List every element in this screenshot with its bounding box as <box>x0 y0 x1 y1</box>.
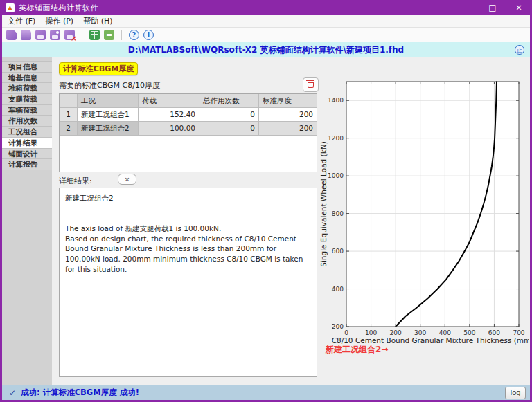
success-check-icon: ✓ <box>9 388 16 398</box>
close-button[interactable]: × <box>506 0 532 15</box>
svg-text:0: 0 <box>344 329 348 336</box>
row-number: 2 <box>60 122 78 136</box>
cell-applications[interactable]: 0 <box>200 122 259 136</box>
cell-case[interactable]: 新建工况组合1 <box>78 108 139 122</box>
col-header-applications[interactable]: 总作用次数 <box>200 94 259 108</box>
design-chart-svg: 0100200300400500600700200400600800100012… <box>319 64 529 354</box>
detail-results-label: 详细结果: <box>59 176 92 186</box>
open-file-icon[interactable] <box>21 30 31 40</box>
svg-text:400: 400 <box>439 329 451 336</box>
detail-close-button[interactable]: × <box>118 174 136 185</box>
export-excel-icon[interactable] <box>89 30 100 40</box>
cell-load[interactable]: 152.40 <box>139 108 200 122</box>
about-icon[interactable]: i <box>143 30 154 40</box>
svg-text:1000: 1000 <box>328 172 344 179</box>
new-file-icon[interactable] <box>6 30 17 40</box>
col-header-load[interactable]: 荷载 <box>139 94 200 108</box>
svg-text:700: 700 <box>513 329 524 336</box>
cell-thickness[interactable]: 200 <box>259 122 317 136</box>
cell-applications[interactable]: 0 <box>200 108 259 122</box>
detail-results-box[interactable]: 新建工况组合2 The axis load of 新建支腿荷载1 is 100.… <box>59 188 317 377</box>
sidebar-item-case-combination[interactable]: 工况组合 <box>2 127 52 138</box>
sidebar-item-pavement-design[interactable]: 铺面设计 <box>2 149 52 160</box>
maximize-button[interactable]: □ <box>479 0 506 15</box>
svg-text:500: 500 <box>463 329 475 336</box>
delete-row-button[interactable] <box>303 77 319 92</box>
table-row[interactable]: 1 新建工况组合1 152.40 0 200 <box>60 108 317 122</box>
sidebar-item-leg-load[interactable]: 支腿荷载 <box>2 94 52 105</box>
sidebar-item-vehicle-load[interactable]: 车辆荷载 <box>2 105 52 116</box>
trash-icon <box>308 82 314 88</box>
cell-load[interactable]: 100.00 <box>139 122 200 136</box>
row-number-header <box>60 94 78 108</box>
col-header-thickness[interactable]: 标准厚度 <box>259 94 317 108</box>
registration-badge-icon: 正 <box>515 45 524 55</box>
window-title: 英标铺面结构计算软件 <box>19 3 98 13</box>
cell-case[interactable]: 新建工况组合2 <box>78 122 139 136</box>
svg-text:100: 100 <box>365 329 377 336</box>
svg-text:新建工况组合2→: 新建工况组合2→ <box>325 345 388 354</box>
app-logo-icon: ▲ <box>6 3 15 12</box>
help-icon[interactable]: ? <box>129 30 139 40</box>
col-header-case[interactable]: 工况 <box>78 94 139 108</box>
sidebar-item-calc-report[interactable]: 计算报告 <box>2 159 52 170</box>
svg-text:300: 300 <box>414 329 426 336</box>
sidebar-item-project-info[interactable]: 项目信息 <box>2 62 52 73</box>
menu-operation[interactable]: 操作 (P) <box>45 16 73 26</box>
sidebar: 项目信息 地基信息 堆箱荷载 支腿荷载 车辆荷载 作用次数 工况组合 计算结果 … <box>2 57 52 385</box>
svg-text:800: 800 <box>332 210 344 217</box>
save-as-file-icon[interactable] <box>50 30 60 40</box>
status-bar: ✓ 成功: 计算标准CBGM厚度 成功! log <box>2 385 530 400</box>
results-table: 工况 荷载 总作用次数 标准厚度 1 新建工况组合1 152.40 0 200 … <box>59 93 317 172</box>
sidebar-item-calc-results[interactable]: 计算结果 <box>2 138 52 149</box>
sidebar-item-application-times[interactable]: 作用次数 <box>2 116 52 127</box>
toolbar-separator <box>121 30 122 40</box>
calculate-cbgm-button[interactable]: 计算标准CBGM厚度 <box>59 62 138 75</box>
svg-text:600: 600 <box>488 329 500 336</box>
svg-text:C8/10 Cement Bound Granular Mi: C8/10 Cement Bound Granular Mixture Thic… <box>332 336 529 345</box>
main-panel: 计算标准CBGM厚度 需要的标准CBGM C8/10厚度 工况 荷载 总作用次数… <box>52 57 530 385</box>
design-chart: 0100200300400500600700200400600800100012… <box>319 64 529 354</box>
status-message: 成功: 计算标准CBGM厚度 成功! <box>21 387 139 398</box>
table-header-row: 工况 荷载 总作用次数 标准厚度 <box>60 94 317 108</box>
file-path: D:\MATLABSoft\WQRsoft-X2 英标铺面结构计算软件\新建项目… <box>128 44 404 56</box>
log-button[interactable]: log <box>505 387 526 399</box>
export-word-icon[interactable] <box>104 30 114 40</box>
detail-results-text: 新建工况组合2 The axis load of 新建支腿荷载1 is 100.… <box>65 193 311 275</box>
sidebar-item-foundation-info[interactable]: 地基信息 <box>2 73 52 84</box>
svg-text:400: 400 <box>332 286 344 293</box>
menu-file[interactable]: 文件 (F) <box>8 16 35 26</box>
svg-text:Single Equivalent Wheel Load (: Single Equivalent Wheel Load (kN) <box>319 141 328 267</box>
svg-text:1400: 1400 <box>328 97 344 104</box>
svg-text:600: 600 <box>332 248 344 255</box>
title-bar: ▲ 英标铺面结构计算软件 – □ × <box>0 0 532 15</box>
file-path-banner: D:\MATLABSoft\WQRsoft-X2 英标铺面结构计算软件\新建项目… <box>2 42 530 57</box>
table-row-selected[interactable]: 2 新建工况组合2 100.00 0 200 <box>60 122 317 136</box>
svg-text:200: 200 <box>390 329 402 336</box>
menu-bar: 文件 (F) 操作 (P) 帮助 (H) <box>2 15 530 28</box>
cell-thickness[interactable]: 200 <box>259 108 317 122</box>
sidebar-item-container-load[interactable]: 堆箱荷载 <box>2 83 52 94</box>
minimize-button[interactable]: – <box>453 0 479 15</box>
svg-text:1200: 1200 <box>328 135 344 142</box>
close-file-icon[interactable]: × <box>64 30 75 40</box>
app-window: ▲ 英标铺面结构计算软件 – □ × 文件 (F) 操作 (P) 帮助 (H) … <box>0 0 532 402</box>
svg-text:200: 200 <box>332 323 344 330</box>
row-number: 1 <box>60 108 78 122</box>
toolbar-separator <box>82 30 82 40</box>
menu-help[interactable]: 帮助 (H) <box>83 16 112 26</box>
tool-bar: × ? i <box>2 28 530 42</box>
save-file-icon[interactable] <box>35 30 46 40</box>
table-caption: 需要的标准CBGM C8/10厚度 <box>59 80 160 91</box>
